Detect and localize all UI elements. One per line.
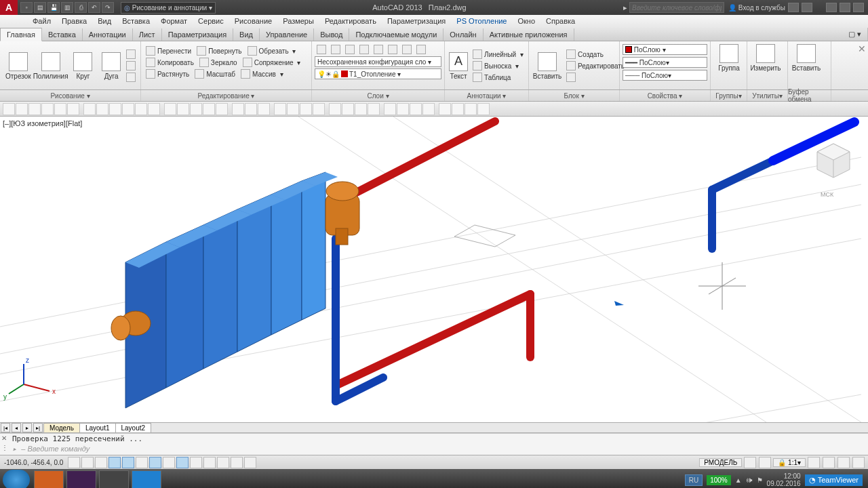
arc-button[interactable]: Дуга bbox=[100, 51, 123, 81]
menu-help[interactable]: Справка bbox=[540, 17, 580, 25]
block-insert-button[interactable]: Вставить bbox=[532, 51, 563, 81]
clock[interactable]: 12:0009.02.2016 bbox=[767, 472, 801, 487]
maximize-button[interactable] bbox=[840, 3, 850, 12]
dim-linear-button[interactable]: Линейный ▾ bbox=[471, 49, 526, 60]
menu-format[interactable]: Формат bbox=[155, 17, 193, 25]
tb-icon[interactable] bbox=[384, 103, 396, 115]
circle-button[interactable]: Круг bbox=[68, 51, 99, 81]
layer-prev-icon[interactable] bbox=[400, 44, 414, 55]
layer-iso-icon[interactable] bbox=[329, 44, 342, 55]
ellipse-icon[interactable] bbox=[124, 60, 138, 71]
tab-addins[interactable]: Подключаемые модули bbox=[349, 28, 443, 41]
tb-icon[interactable] bbox=[190, 103, 202, 115]
tray-icon[interactable]: ▲ bbox=[735, 476, 742, 484]
tb-icon[interactable] bbox=[410, 103, 422, 115]
tray-icon[interactable]: ⚑ bbox=[757, 476, 763, 484]
tb-icon[interactable] bbox=[28, 103, 41, 115]
tb-icon[interactable] bbox=[41, 103, 54, 115]
tb-icon[interactable] bbox=[109, 103, 121, 115]
tb-icon[interactable] bbox=[477, 103, 490, 115]
layout-nav-first[interactable]: |◂ bbox=[1, 423, 10, 432]
panel-label-modify[interactable]: Редактирование ▾ bbox=[141, 90, 312, 101]
qat-redo-icon[interactable]: ↷ bbox=[102, 2, 114, 13]
menu-insert[interactable]: Вставка bbox=[117, 17, 155, 25]
measure-button[interactable]: Измерить bbox=[750, 43, 781, 73]
tb-icon[interactable] bbox=[329, 103, 341, 115]
tb-icon[interactable] bbox=[122, 103, 134, 115]
scale-button[interactable]: Масштаб bbox=[193, 68, 237, 79]
ortho-toggle[interactable] bbox=[95, 457, 107, 468]
tb-icon[interactable] bbox=[83, 103, 96, 115]
layer-state-combo[interactable]: Несохраненная конфигурация сло ▾ bbox=[315, 56, 441, 67]
anno-scale[interactable]: 🔒 1:1▾ bbox=[773, 458, 806, 467]
status-icon[interactable] bbox=[808, 457, 820, 468]
layout-nav-prev[interactable]: ◂ bbox=[12, 423, 21, 432]
copy-button[interactable]: Копировать bbox=[144, 57, 196, 68]
model-space-button[interactable]: РМОДЕЛЬ bbox=[699, 458, 742, 467]
status-icon[interactable] bbox=[744, 457, 756, 468]
tb-icon[interactable] bbox=[422, 103, 435, 115]
teamviewer-panel[interactable]: ◔ TeamViewer bbox=[805, 474, 863, 486]
taskbar-app[interactable] bbox=[99, 470, 129, 488]
tab-annotate[interactable]: Аннотации bbox=[83, 28, 133, 41]
menu-window[interactable]: Окно bbox=[512, 17, 540, 25]
tb-icon[interactable] bbox=[67, 103, 79, 115]
tb-icon[interactable] bbox=[300, 103, 312, 115]
cmd-close-icon[interactable]: ✕ bbox=[1, 434, 9, 442]
tab-view[interactable]: Вид bbox=[233, 28, 260, 41]
workspace-selector[interactable]: ◎ Рисование и аннотации ▾ bbox=[121, 2, 216, 14]
menu-tools[interactable]: Сервис bbox=[193, 17, 229, 25]
tab-express[interactable]: Активные приложения bbox=[484, 28, 574, 41]
ribbon-close-icon[interactable]: ✕ bbox=[858, 43, 866, 54]
group-button[interactable]: Группа bbox=[713, 43, 745, 73]
snap-toggle[interactable] bbox=[68, 457, 80, 468]
status-icon[interactable] bbox=[759, 457, 771, 468]
panel-label-props[interactable]: Свойства ▾ bbox=[620, 90, 711, 101]
tb-icon[interactable] bbox=[287, 103, 299, 115]
layer-state-icon[interactable] bbox=[414, 44, 428, 55]
rotate-button[interactable]: Повернуть bbox=[195, 45, 243, 56]
tab-layout[interactable]: Лист bbox=[133, 28, 162, 41]
tb-icon[interactable] bbox=[313, 103, 325, 115]
menu-draw[interactable]: Рисование bbox=[229, 17, 277, 25]
menu-view[interactable]: Вид bbox=[92, 17, 117, 25]
command-line[interactable]: ✕ ⋮ Проверка 1225 пересечений ... ▸ – Вв… bbox=[0, 433, 868, 455]
tb-icon[interactable] bbox=[368, 103, 380, 115]
tb-icon[interactable] bbox=[3, 103, 15, 115]
hatch-icon[interactable] bbox=[124, 72, 138, 83]
tpy-toggle[interactable] bbox=[203, 457, 216, 468]
layout-tab-1[interactable]: Layout1 bbox=[79, 423, 116, 433]
sign-in-link[interactable]: 👤 Вход в службы bbox=[728, 4, 785, 12]
status-icon[interactable] bbox=[823, 457, 835, 468]
tb-icon[interactable] bbox=[452, 103, 464, 115]
lwt-toggle[interactable] bbox=[190, 457, 202, 468]
rect-icon[interactable] bbox=[124, 49, 138, 60]
mirror-button[interactable]: Зеркало bbox=[197, 57, 239, 68]
qat-plot-icon[interactable]: ⎙ bbox=[75, 2, 87, 13]
menu-dimension[interactable]: Размеры bbox=[277, 17, 319, 25]
panel-label-annot[interactable]: Аннотации ▾ bbox=[445, 90, 529, 101]
tb-icon[interactable] bbox=[258, 103, 270, 115]
array-button[interactable]: Массив ▾ bbox=[239, 68, 285, 79]
layout-nav-last[interactable]: ▸| bbox=[33, 423, 43, 432]
tb-icon[interactable] bbox=[342, 103, 354, 115]
tb-icon[interactable] bbox=[355, 103, 367, 115]
tb-icon[interactable] bbox=[148, 103, 160, 115]
qp-toggle[interactable] bbox=[217, 457, 229, 468]
stretch-button[interactable]: Растянуть bbox=[144, 68, 191, 79]
panel-label-block[interactable]: Блок ▾ bbox=[529, 90, 620, 101]
leader-button[interactable]: Выноска ▾ bbox=[471, 60, 526, 71]
qat-open-icon[interactable]: ▤ bbox=[34, 2, 46, 13]
polar-toggle[interactable] bbox=[108, 457, 121, 468]
tb-icon[interactable] bbox=[245, 103, 257, 115]
cmd-handle-icon[interactable]: ⋮ bbox=[1, 444, 9, 451]
tab-home[interactable]: Главная bbox=[0, 28, 42, 41]
tb-icon[interactable] bbox=[177, 103, 189, 115]
tab-manage[interactable]: Управление bbox=[260, 28, 314, 41]
tab-insert[interactable]: Вставка bbox=[42, 28, 83, 41]
status-icon[interactable] bbox=[852, 457, 865, 468]
start-button[interactable] bbox=[3, 470, 30, 488]
qat-saveas-icon[interactable]: ▥ bbox=[61, 2, 73, 13]
taskbar-app[interactable] bbox=[34, 470, 64, 488]
qat-undo-icon[interactable]: ↶ bbox=[88, 2, 100, 13]
